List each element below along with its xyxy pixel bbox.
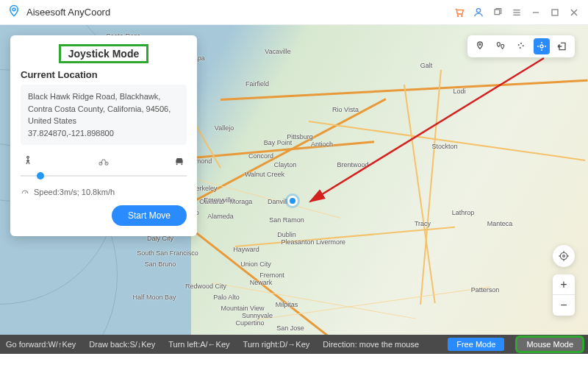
city-label: San Jose [276, 324, 304, 332]
menu-icon[interactable] [510, 6, 523, 19]
two-point-icon[interactable] [492, 38, 509, 54]
map-side-controls: + − [553, 245, 575, 316]
walk-icon[interactable] [22, 155, 34, 170]
city-label: Lathrop [452, 209, 475, 216]
zoom-control: + − [553, 274, 575, 316]
city-label: Rio Vista [332, 106, 359, 113]
svg-point-3 [476, 8, 480, 12]
zoom-out-button[interactable]: − [553, 295, 575, 316]
city-label: Sunnyvale [242, 312, 273, 319]
hint-forward: Go forward:W/↑Key [6, 340, 76, 349]
address-text: Black Hawk Ridge Road, Blackhawk, Contra… [28, 90, 179, 127]
current-location-label: Current Location [21, 69, 187, 80]
city-label: Mountain View [221, 305, 265, 312]
svg-point-20 [520, 47, 521, 49]
city-label: Tracy [415, 220, 431, 227]
speed-slider[interactable] [21, 171, 187, 180]
maximize-icon[interactable] [548, 6, 562, 19]
city-label: Fairfield [245, 80, 269, 88]
city-label: Lodi [453, 88, 465, 95]
svg-rect-4 [495, 10, 500, 15]
current-location-pin [287, 196, 298, 206]
city-label: Pleasanton [281, 238, 314, 246]
map-mode-toolbar [467, 35, 575, 57]
hint-back: Draw back:S/↓Key [89, 340, 155, 349]
hint-right: Turn right:D/→Key [243, 340, 310, 349]
minimize-icon[interactable] [529, 6, 542, 19]
svg-point-13 [27, 156, 29, 158]
svg-rect-9 [552, 10, 558, 15]
city-label: Cupertino [235, 319, 264, 327]
svg-point-22 [560, 252, 567, 259]
svg-point-0 [12, 7, 15, 10]
city-label: Brentwood [337, 161, 368, 168]
city-label: Dublin [277, 231, 296, 238]
svg-point-21 [540, 45, 543, 48]
joystick-mode-icon[interactable] [534, 38, 550, 54]
app-title: Aiseesoft AnyCoord [26, 7, 110, 18]
app-logo-icon [7, 4, 21, 21]
city-label: Union City [240, 260, 271, 268]
address-box: Black Hawk Ridge Road, Blackhawk, Contra… [21, 85, 187, 145]
svg-point-2 [462, 15, 462, 16]
coords-text: 37.824870,-121.898800 [28, 127, 179, 140]
city-label: Antioch [311, 141, 333, 148]
svg-point-16 [479, 43, 481, 45]
city-label: Fremont [259, 271, 284, 279]
speed-mode-icons [21, 155, 187, 171]
city-label: Redwood City [185, 283, 226, 290]
slider-thumb[interactable] [37, 172, 44, 180]
city-label: San Bruno [145, 260, 176, 268]
bottom-hint-bar: Go forward:W/↑Key Draw back:S/↓Key Turn … [0, 335, 588, 354]
joystick-panel: Joystick Mode Current Location Black Haw… [10, 35, 197, 236]
mode-title: Joystick Mode [64, 46, 143, 61]
svg-point-18 [520, 43, 522, 44]
svg-point-17 [518, 44, 520, 46]
city-label: Vacaville [265, 48, 290, 55]
city-label: Moraga [230, 198, 253, 205]
city-label: Half Moon Bay [132, 294, 176, 301]
city-label: Clayton [274, 161, 297, 168]
city-label: Livermore [316, 238, 345, 246]
close-icon[interactable] [567, 6, 581, 19]
city-label: Patterson [471, 286, 500, 294]
city-label: Stockton [431, 143, 457, 150]
city-label: South San Francisco [137, 249, 198, 257]
export-icon[interactable] [554, 38, 570, 54]
city-label: Newark [250, 279, 273, 286]
city-label: Concord [248, 152, 273, 160]
svg-point-1 [457, 15, 458, 16]
map-canvas[interactable]: Santa RosaNapaVacavilleFairfieldVallejoR… [0, 25, 588, 354]
single-point-icon[interactable] [472, 38, 488, 54]
car-icon[interactable] [173, 155, 185, 170]
user-icon[interactable] [472, 6, 485, 19]
city-label: Galt [420, 62, 433, 69]
city-label: Pittsburg [287, 133, 313, 141]
recenter-icon[interactable] [553, 245, 575, 267]
city-label: Walnut Creek [245, 171, 284, 178]
mode-title-highlight: Joystick Mode [59, 44, 148, 63]
city-label: Vallejo [215, 124, 234, 132]
city-label: Palo Alto [213, 294, 240, 301]
free-mode-button[interactable]: Free Mode [448, 338, 504, 351]
svg-line-12 [310, 58, 544, 202]
cart-icon[interactable] [453, 6, 466, 19]
hint-direction: Direction: move the mouse [323, 340, 419, 349]
city-label: Alameda [207, 213, 234, 220]
city-label: San Ramon [269, 216, 304, 224]
mouse-mode-button[interactable]: Mouse Mode [517, 338, 582, 351]
window-restore-icon[interactable] [491, 6, 504, 19]
hint-left: Turn left:A/←Key [168, 340, 229, 349]
speed-readout: Speed:3m/s; 10.8km/h [21, 188, 187, 196]
multi-point-icon[interactable] [513, 38, 529, 54]
zoom-in-button[interactable]: + [553, 274, 575, 295]
city-label: Hayward [233, 246, 259, 253]
city-label: Milpitas [276, 301, 298, 308]
svg-point-19 [523, 45, 524, 46]
titlebar: Aiseesoft AnyCoord [0, 0, 588, 25]
svg-point-23 [563, 255, 565, 257]
start-move-button[interactable]: Start Move [112, 205, 187, 226]
city-label: Manteca [487, 220, 513, 227]
bike-icon[interactable] [98, 155, 110, 170]
